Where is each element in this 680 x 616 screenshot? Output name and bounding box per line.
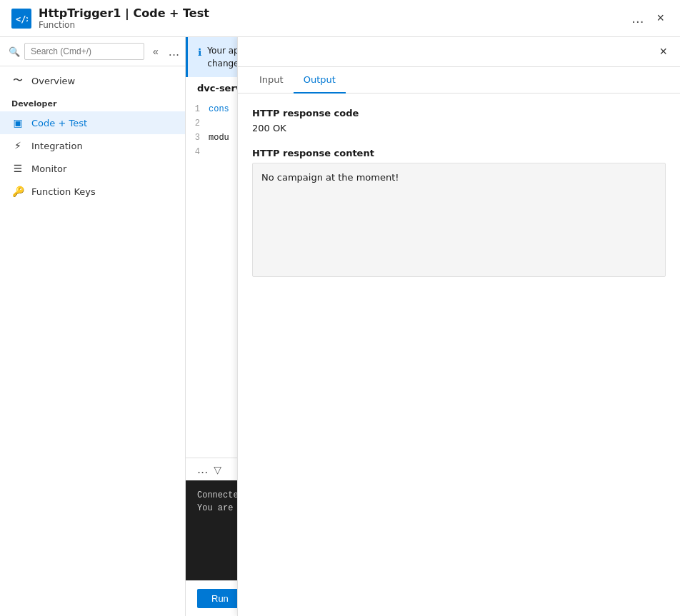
sidebar-item-monitor[interactable]: ☰ Monitor	[0, 157, 185, 180]
sidebar: 🔍 « ... 〜 Overview Developer ▣ Code + Te…	[0, 37, 186, 616]
panel-content: HTTP response code 200 OK HTTP response …	[238, 94, 680, 616]
svg-text:</>: </>	[16, 14, 28, 24]
overlay-panel: × Input Output HTTP response code 200 OK…	[237, 37, 680, 616]
sidebar-item-code-test[interactable]: ▣ Code + Test	[0, 111, 185, 134]
tabs: Input Output	[238, 67, 680, 94]
app-icon: </>	[11, 9, 31, 29]
topbar-dots[interactable]: ...	[631, 11, 644, 26]
topbar-close-button[interactable]: ×	[652, 8, 669, 29]
sidebar-item-overview[interactable]: 〜 Overview	[0, 69, 185, 92]
response-content-label: HTTP response content	[252, 148, 666, 158]
page-title: HttpTrigger1 | Code + Test	[39, 6, 631, 20]
line-num-2: 2	[186, 116, 209, 131]
sidebar-nav: 〜 Overview Developer ▣ Code + Test ⚡ Int…	[0, 66, 185, 616]
sidebar-item-integration[interactable]: ⚡ Integration	[0, 134, 185, 157]
sidebar-dots[interactable]: ...	[166, 44, 182, 60]
sidebar-item-label-overview: Overview	[31, 76, 75, 86]
sidebar-item-function-keys[interactable]: 🔑 Function Keys	[0, 180, 185, 203]
toolbar-dots[interactable]: ...	[197, 463, 208, 476]
overlay-header: ×	[238, 37, 680, 67]
tab-output[interactable]: Output	[294, 67, 346, 94]
code-test-icon: ▣	[11, 116, 24, 129]
function-keys-icon: 🔑	[11, 185, 24, 198]
sidebar-section-developer: Developer	[0, 92, 185, 111]
line-num-3: 3	[186, 131, 209, 145]
overlay-close-button[interactable]: ×	[655, 43, 671, 61]
line-num-4: 4	[186, 145, 209, 159]
response-content-box: No campaign at the moment!	[252, 163, 666, 277]
filter-icon[interactable]: ▽	[214, 464, 221, 475]
tab-input[interactable]: Input	[249, 67, 294, 94]
search-icon: 🔍	[9, 46, 20, 57]
integration-icon: ⚡	[11, 139, 24, 152]
sidebar-item-label-code-test: Code + Test	[31, 118, 87, 128]
response-code-label: HTTP response code	[252, 108, 666, 118]
overview-icon: 〜	[11, 74, 24, 87]
line-content-1: cons	[209, 102, 229, 116]
sidebar-item-label-function-keys: Function Keys	[31, 186, 96, 197]
sidebar-collapse-button[interactable]: «	[149, 44, 163, 59]
line-content-3: modu	[209, 131, 229, 145]
search-input[interactable]	[24, 43, 144, 60]
title-group: HttpTrigger1 | Code + Test Function	[39, 6, 631, 30]
main-layout: 🔍 « ... 〜 Overview Developer ▣ Code + Te…	[0, 37, 680, 616]
top-bar: </> HttpTrigger1 | Code + Test Function …	[0, 0, 680, 37]
sidebar-item-label-integration: Integration	[31, 141, 83, 151]
info-icon: ℹ	[198, 45, 201, 70]
run-button[interactable]: Run	[197, 589, 243, 608]
response-code-value: 200 OK	[252, 123, 666, 133]
page-subtitle: Function	[39, 20, 631, 30]
response-content-value: No campaign at the moment!	[261, 172, 399, 183]
line-num-1: 1	[186, 102, 209, 116]
search-bar: 🔍 « ...	[0, 37, 185, 66]
content-area: ℹ Your app is currently in read only mod…	[186, 37, 680, 616]
sidebar-item-label-monitor: Monitor	[31, 163, 66, 174]
monitor-icon: ☰	[11, 162, 24, 175]
